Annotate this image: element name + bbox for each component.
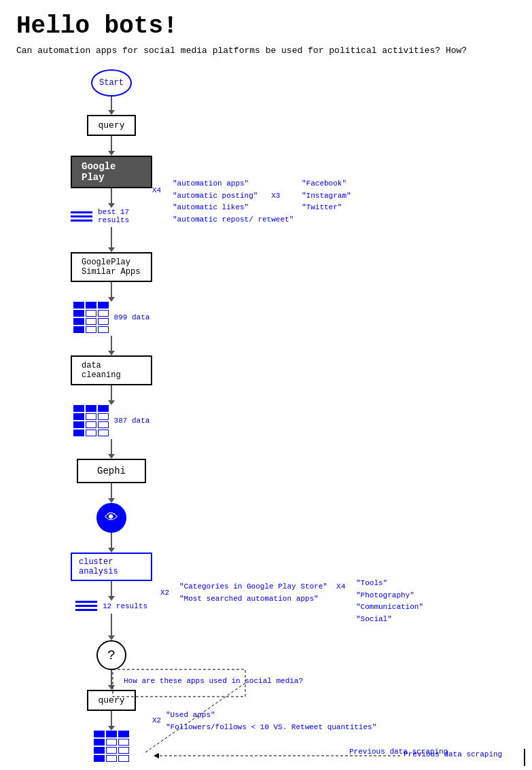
previous-data-scraping-label: Previous data scraping	[404, 749, 502, 760]
data-table-3-icon	[94, 731, 129, 762]
query-x4-label: X4	[152, 185, 161, 196]
subtitle: Can automation apps for social media pla…	[16, 46, 516, 56]
similar-apps-node: GooglePlay Similar Apps	[71, 252, 152, 282]
query2-x2-label: X2	[152, 715, 161, 727]
query2-node: query	[87, 690, 135, 711]
results-lines-icon	[71, 211, 92, 222]
cluster-analysis-node: cluster analysis	[71, 553, 152, 581]
gephi-node: Gephi	[77, 459, 146, 483]
query-annotation-2: "Facebook" "Instagram" "Twitter"	[302, 178, 351, 214]
data-table-1-icon	[73, 302, 109, 333]
question-annotation: How are these apps used in social media?	[124, 676, 303, 687]
svg-marker-3	[154, 753, 159, 758]
cluster-annotation-2: "Tools" "Photography" "Communication" "S…	[356, 578, 423, 625]
query2-annotation: "Used apps" "Followers/follows < 10 VS. …	[166, 710, 376, 733]
results-2-lines-icon	[75, 601, 97, 611]
results-2-label: 12 results	[103, 602, 147, 610]
data-count-1: 899 data	[114, 313, 150, 321]
query-node: query	[87, 115, 135, 136]
query-annotation: "automation apps" "automatic posting" X3…	[173, 178, 294, 226]
gephi-eye-icon: 👁	[96, 503, 126, 533]
page-title: Hello bots!	[16, 12, 516, 40]
start-node: Start	[91, 69, 132, 97]
data-cleaning-node: data cleaning	[71, 355, 152, 385]
data-count-2: 387 data	[114, 417, 150, 425]
question-node: ?	[96, 640, 126, 670]
results-label: best 17 results	[98, 208, 152, 224]
data-table-2-icon	[73, 405, 109, 436]
google-play-node: Google Play	[71, 156, 152, 188]
cluster-x2-label: X2	[160, 587, 169, 599]
cluster-annotation: "Categories in Google Play Store" X4 "Mo…	[179, 581, 345, 605]
